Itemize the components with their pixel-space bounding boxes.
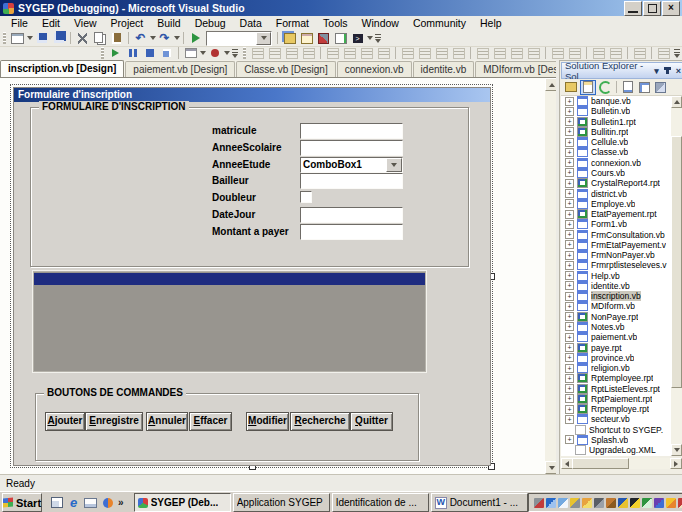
remove-vertical-spacing-icon[interactable]: [526, 46, 541, 60]
expand-icon[interactable]: +: [565, 435, 574, 444]
tree-item-religion-vb[interactable]: +religion.vb: [561, 363, 671, 373]
tree-item-frmnonpayer-vb[interactable]: +FrmNonPayer.vb: [561, 250, 671, 260]
menu-file[interactable]: File: [4, 16, 35, 30]
undo-icon[interactable]: ↶: [133, 31, 148, 45]
tree-item-identite-vb[interactable]: +identite.vb: [561, 281, 671, 291]
pause-icon[interactable]: [125, 46, 140, 60]
textbox-matricule[interactable]: [300, 123, 403, 139]
expand-icon[interactable]: +: [565, 158, 574, 167]
expand-icon[interactable]: +: [565, 384, 574, 393]
expand-icon[interactable]: +: [565, 148, 574, 157]
tree-item-employe-vb[interactable]: +Employe.vb: [561, 199, 671, 209]
expand-icon[interactable]: +: [565, 97, 574, 106]
tree-item-notes-vb[interactable]: +Notes.vb: [561, 322, 671, 332]
dropdown-arrow-icon[interactable]: [149, 31, 156, 45]
tree-item-paiement-vb[interactable]: +paiement.vb: [561, 332, 671, 342]
start-debug-icon[interactable]: [188, 31, 203, 45]
tree-item-rptlisteeleves-rpt[interactable]: +RptListeEleves.rpt: [561, 383, 671, 393]
ajouter-button[interactable]: Ajouter: [45, 412, 85, 431]
quick-launch-overflow-icon[interactable]: »: [118, 497, 124, 508]
solution-explorer-icon[interactable]: [282, 31, 297, 45]
designer-vertical-scrollbar[interactable]: [545, 78, 556, 474]
expand-icon[interactable]: +: [565, 127, 574, 136]
close-panel-icon[interactable]: ×: [673, 65, 682, 76]
toolbar-grip[interactable]: [243, 47, 246, 59]
expand-icon[interactable]: +: [565, 281, 574, 290]
combobox-dropdown-icon[interactable]: [386, 158, 402, 172]
mail-icon[interactable]: [83, 495, 98, 510]
menu-format[interactable]: Format: [269, 16, 316, 30]
align-lefts-icon[interactable]: [267, 46, 282, 60]
dropdown-arrow-icon[interactable]: [26, 31, 33, 45]
expand-icon[interactable]: +: [565, 415, 574, 424]
tree-item-frmconsultation-vb[interactable]: +FrmConsultation.vb: [561, 229, 671, 239]
command-window-icon[interactable]: >: [350, 31, 365, 45]
remove-horizontal-spacing-icon[interactable]: [451, 46, 466, 60]
tree-item-frmetatpayement-v[interactable]: +FrmEtatPayement.v: [561, 240, 671, 250]
menu-tools[interactable]: Tools: [316, 16, 355, 30]
stop-icon[interactable]: [142, 46, 157, 60]
restore-button[interactable]: [643, 1, 661, 16]
toolbar-grip[interactable]: [3, 32, 6, 44]
menu-help[interactable]: Help: [473, 16, 509, 30]
tree-item-mdiform-vb[interactable]: +MDIform.vb: [561, 301, 671, 311]
expand-icon[interactable]: +: [565, 168, 574, 177]
tree-item-paye-rpt[interactable]: +paye.rpt: [561, 342, 671, 352]
window-new-icon[interactable]: [10, 31, 25, 45]
toolbar-grip[interactable]: [101, 47, 104, 59]
internet-explorer-icon[interactable]: e: [66, 495, 81, 510]
tab-Classe[interactable]: Classe.vb [Design]: [236, 61, 335, 77]
tree-item-secteur-vb[interactable]: +secteur.vb: [561, 414, 671, 424]
tray-icon[interactable]: [558, 498, 568, 508]
auto-hide-pin-icon[interactable]: [666, 67, 669, 74]
solution-configurations-combobox[interactable]: [206, 31, 272, 46]
refresh-icon[interactable]: [598, 81, 612, 94]
tree-item-province-vb[interactable]: +province.vb: [561, 353, 671, 363]
property-pages-icon[interactable]: [656, 46, 671, 60]
modifier-button[interactable]: Modifier: [246, 412, 289, 431]
annuler-button[interactable]: Annuler: [146, 412, 188, 431]
expand-icon[interactable]: +: [565, 107, 574, 116]
tray-icon[interactable]: [678, 498, 682, 508]
tray-icon[interactable]: [642, 498, 652, 508]
tray-icon[interactable]: [654, 498, 664, 508]
tab-inscription[interactable]: inscription.vb [Design]: [0, 60, 124, 77]
expand-icon[interactable]: +: [565, 179, 574, 188]
expand-icon[interactable]: +: [565, 322, 574, 331]
step-icon[interactable]: [159, 46, 174, 60]
make-same-size-icon[interactable]: [400, 46, 415, 60]
data-grid[interactable]: [32, 270, 427, 373]
toolbox-icon[interactable]: [316, 31, 331, 45]
tree-item-upgradelog-xml[interactable]: UpgradeLog.XML: [561, 445, 671, 455]
paste-icon[interactable]: [109, 31, 124, 45]
effacer-button[interactable]: Effacer: [189, 412, 232, 431]
tree-item-etatpayement-rpt[interactable]: +EtatPayement.rpt: [561, 209, 671, 219]
expand-icon[interactable]: +: [565, 271, 574, 280]
minimize-button[interactable]: [624, 1, 642, 16]
checkbox-doubleur[interactable]: [300, 191, 312, 203]
tree-item-classe-vb[interactable]: +Classe.vb: [561, 147, 671, 157]
align-tops-icon[interactable]: [325, 46, 340, 60]
tree-item-cours-vb[interactable]: +Cours.vb: [561, 168, 671, 178]
tree-item-banque-vb[interactable]: +banque.vb: [561, 96, 671, 106]
expand-icon[interactable]: +: [565, 210, 574, 219]
tree-item-splash-vb[interactable]: +Splash.vb: [561, 435, 671, 445]
expand-icon[interactable]: +: [565, 394, 574, 403]
textbox-montant-a-payer[interactable]: [300, 224, 403, 240]
form-selection-border[interactable]: Formulaire d'inscription FORMULAIRE D'IN…: [10, 84, 493, 468]
expand-icon[interactable]: +: [565, 189, 574, 198]
menu-data[interactable]: Data: [233, 16, 269, 30]
expand-icon[interactable]: +: [565, 240, 574, 249]
view-designer-icon[interactable]: [637, 81, 651, 94]
combobox-dropdown-icon[interactable]: [256, 32, 271, 45]
menu-project[interactable]: Project: [104, 16, 151, 30]
tree-item-bulletin-vb[interactable]: +Bulletin.vb: [561, 106, 671, 116]
cut-icon[interactable]: [75, 31, 90, 45]
taskbar-task-document1-[interactable]: WDocument1 - ...: [431, 493, 528, 512]
view-code-icon[interactable]: [621, 81, 635, 94]
tray-icon[interactable]: [570, 498, 580, 508]
taskbar-task-sygep-deb-[interactable]: SYGEP (Deb...: [134, 493, 231, 512]
properties-icon[interactable]: [564, 81, 578, 94]
make-same-height-icon[interactable]: [417, 46, 432, 60]
tray-icon[interactable]: [546, 498, 556, 508]
